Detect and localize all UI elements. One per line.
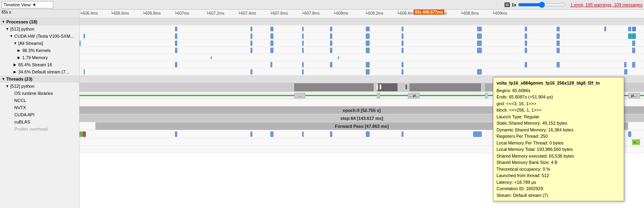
block[interactable]: [175, 40, 177, 46]
block[interactable]: [477, 48, 482, 53]
block[interactable]: [330, 40, 332, 46]
block[interactable]: [338, 56, 339, 59]
block[interactable]: [302, 27, 304, 31]
block[interactable]: [632, 62, 635, 67]
block[interactable]: [402, 62, 403, 67]
block[interactable]: [557, 33, 560, 39]
block[interactable]: [628, 131, 631, 137]
block[interactable]: [302, 62, 304, 67]
block[interactable]: [477, 33, 482, 39]
block[interactable]: [270, 33, 274, 39]
block[interactable]: [270, 131, 274, 137]
tree-os-runtime[interactable]: OS runtime libraries: [0, 90, 79, 97]
block[interactable]: [624, 62, 627, 67]
block[interactable]: [366, 131, 370, 137]
block[interactable]: [250, 27, 252, 31]
block[interactable]: [525, 62, 527, 67]
tree-cuda-api[interactable]: CUDA API: [0, 111, 79, 118]
block[interactable]: [402, 40, 403, 46]
tree-profiler-overhead[interactable]: Profiler overhead: [0, 125, 79, 133]
tree-memory[interactable]: ▶ 1.79 Memory: [0, 54, 79, 61]
block[interactable]: [302, 40, 304, 46]
block[interactable]: [175, 62, 177, 67]
block[interactable]: [80, 40, 81, 46]
block[interactable]: [632, 27, 635, 31]
block[interactable]: [402, 69, 403, 75]
tree-processes[interactable]: ▼ Processes (18): [0, 18, 79, 25]
block[interactable]: [402, 131, 403, 137]
block[interactable]: [175, 27, 177, 31]
block[interactable]: [330, 27, 332, 31]
block[interactable]: [250, 40, 252, 46]
block[interactable]: [302, 33, 304, 39]
tree-kernels[interactable]: ▶ 98.3% Kernels: [0, 47, 79, 54]
block[interactable]: [402, 48, 403, 53]
block[interactable]: [270, 48, 274, 53]
tree-python-thread[interactable]: ▼ [512] python: [0, 83, 79, 90]
block[interactable]: [477, 40, 482, 46]
tree-nccl[interactable]: NCCL: [0, 97, 79, 104]
block[interactable]: [302, 69, 304, 75]
block[interactable]: [366, 69, 370, 75]
block[interactable]: [250, 69, 252, 75]
block[interactable]: [330, 48, 332, 53]
tree-cuda-hw[interactable]: ▼ CUDA HW (Tesla V100-SXM...: [0, 33, 79, 40]
block[interactable]: [250, 131, 252, 137]
block[interactable]: [366, 40, 370, 46]
block[interactable]: [557, 40, 560, 46]
block-v[interactable]: [628, 33, 636, 39]
block[interactable]: [211, 56, 212, 59]
block[interactable]: [83, 34, 85, 39]
block[interactable]: [525, 48, 527, 53]
block[interactable]: [525, 33, 527, 39]
block[interactable]: [402, 27, 403, 31]
block[interactable]: [175, 33, 177, 39]
block[interactable]: [604, 27, 606, 31]
block[interactable]: [477, 69, 482, 75]
tree-stream16[interactable]: ▶ 65.4% Stream 16: [0, 61, 79, 68]
block[interactable]: [270, 27, 274, 31]
block[interactable]: [330, 131, 332, 137]
block[interactable]: [477, 27, 482, 31]
tree-threads[interactable]: ▼ Threads (23): [0, 75, 79, 83]
block[interactable]: [628, 27, 631, 31]
block[interactable]: [330, 33, 332, 39]
pt-label[interactable]: ...: [294, 93, 305, 98]
block[interactable]: [175, 131, 177, 137]
error-badge[interactable]: 1 error, 195 warnings, 109 messages: [570, 2, 642, 7]
block[interactable]: [525, 40, 527, 46]
view-dropdown[interactable]: Timeline View ▼: [2, 1, 53, 8]
block[interactable]: [366, 27, 370, 31]
tree-nvtx[interactable]: NVTX: [0, 104, 79, 111]
tree-python-process[interactable]: ▼ [512] python: [0, 25, 79, 33]
block[interactable]: [270, 62, 272, 67]
block[interactable]: [366, 62, 370, 67]
block[interactable]: [632, 48, 635, 53]
block[interactable]: [270, 40, 274, 46]
block[interactable]: [557, 48, 560, 53]
block-red[interactable]: [83, 131, 86, 137]
block[interactable]: [366, 33, 370, 39]
block[interactable]: [624, 69, 627, 75]
block[interactable]: [557, 27, 560, 31]
block[interactable]: [83, 69, 85, 75]
block[interactable]: [632, 40, 635, 46]
zoom-slider[interactable]: [518, 2, 566, 8]
block-green[interactable]: [80, 131, 83, 137]
block[interactable]: [557, 62, 560, 67]
pt-label2[interactable]: ... pt...: [408, 93, 420, 98]
tree-all-streams[interactable]: ▼ [All Streams]: [0, 40, 79, 47]
block[interactable]: [366, 48, 370, 53]
tree-default-stream[interactable]: ▶ 34.6% Default stream (7...: [0, 68, 79, 75]
tree-cublas[interactable]: cuBLAS: [0, 118, 79, 125]
block[interactable]: [302, 131, 304, 137]
block[interactable]: [302, 48, 304, 53]
block[interactable]: [250, 33, 252, 39]
block[interactable]: [175, 48, 177, 53]
block[interactable]: [330, 62, 332, 67]
block[interactable]: [525, 27, 527, 31]
block[interactable]: [402, 33, 403, 39]
block[interactable]: [250, 48, 252, 53]
pt-label3[interactable]: pt...: [628, 93, 640, 98]
block-wide[interactable]: [473, 131, 482, 137]
